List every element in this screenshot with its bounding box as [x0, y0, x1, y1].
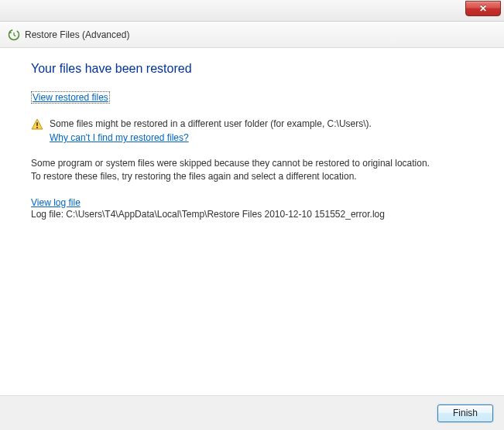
- titlebar: ✕: [0, 0, 504, 22]
- finish-button[interactable]: Finish: [437, 404, 493, 422]
- skipped-text-line2: To restore these files, try restoring th…: [31, 170, 473, 183]
- view-log-file-link[interactable]: View log file: [31, 197, 473, 208]
- restore-icon: [8, 29, 20, 41]
- header-bar: Restore Files (Advanced): [0, 22, 504, 48]
- why-cant-find-link[interactable]: Why can't I find my restored files?: [50, 132, 473, 143]
- close-button[interactable]: ✕: [465, 1, 501, 16]
- warning-icon: [31, 118, 43, 131]
- main-heading: Your files have been restored: [31, 62, 473, 76]
- warning-text: Some files might be restored in a differ…: [50, 118, 372, 131]
- window-title: Restore Files (Advanced): [25, 29, 129, 40]
- view-restored-files-link[interactable]: View restored files: [31, 91, 110, 104]
- close-icon: ✕: [479, 3, 487, 14]
- log-file-path: Log file: C:\Users\T4\AppData\Local\Temp…: [31, 208, 473, 221]
- dialog-window: ✕ Restore Files (Advanced) Your files ha…: [0, 0, 504, 430]
- svg-rect-1: [36, 122, 38, 126]
- footer-bar: Finish: [0, 396, 504, 430]
- content-area: Your files have been restored View resto…: [0, 48, 504, 396]
- skipped-text-line1: Some program or system files were skippe…: [31, 157, 473, 170]
- svg-point-2: [36, 127, 38, 128]
